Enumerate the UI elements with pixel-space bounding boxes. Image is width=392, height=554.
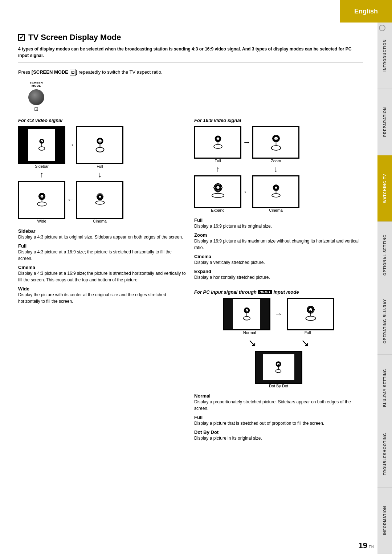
svg-point-0 — [39, 147, 45, 150]
label-cinema-43: Cinema — [76, 219, 123, 223]
pc-heading-prefix: For PC input signal through — [194, 289, 257, 295]
page-title: TV Screen Display Mode — [18, 33, 363, 42]
main-content: TV Screen Display Mode 4 types of displa… — [0, 0, 377, 459]
title-text: TV Screen Display Mode — [28, 33, 121, 42]
col-43: For 4:3 video signal — [18, 118, 187, 444]
tv-dotbydot — [255, 351, 302, 384]
page-lang: EN — [369, 545, 374, 549]
arrow-diag-left: ↙ — [248, 337, 257, 349]
desc-sidebar: Sidebar Display a 4:3 picture at its ori… — [18, 228, 187, 240]
label-wide: Wide — [18, 219, 65, 223]
desc-expand: Expand Display a horizontally stretched … — [194, 269, 363, 281]
desc-full169-text: Display a 16:9 picture at its original s… — [194, 223, 363, 229]
arrow-up-169: ↑ — [194, 164, 241, 174]
tv-sidebar — [18, 126, 65, 164]
svg-point-80 — [276, 370, 281, 372]
arrow-right-pc: → — [273, 309, 284, 319]
flower-svg-sidebar — [33, 136, 51, 154]
desc-cinema169-title: Cinema — [194, 254, 363, 259]
flower-svg-zoom — [264, 131, 288, 153]
screen-mode-button-illustration: SCREENMODE ⊡ — [25, 81, 47, 112]
sidebar-tab-information[interactable]: INFORMATION — [377, 488, 392, 554]
language-label: English — [354, 8, 378, 15]
desc-cinema-169: Cinema Display a vertically stretched pi… — [194, 254, 363, 266]
svg-point-72 — [306, 316, 315, 321]
sidebar-tab-operating-bluray[interactable]: OPERATING BLU-RAY — [377, 288, 392, 355]
flower-svg-dotbydot — [271, 360, 286, 375]
desc-full-pc: Full Display a picture that is stretched… — [194, 415, 363, 427]
page-number-bar: 19 EN — [359, 541, 374, 550]
desc-wide: Wide Display the picture with its center… — [18, 286, 187, 305]
svg-point-32 — [214, 144, 222, 148]
svg-point-40 — [271, 146, 281, 150]
label-full-43: Full — [76, 164, 123, 168]
tv-wide — [18, 181, 65, 219]
tv-normal — [223, 298, 270, 330]
flower-svg-fullpc — [298, 305, 323, 323]
desc-cinema43-text: Display a 4:3 picture at a 16:9 size; th… — [18, 270, 187, 283]
dotbydot-container — [255, 351, 302, 384]
page-number: 19 — [359, 541, 367, 550]
svg-point-8 — [96, 147, 104, 152]
desc-full169-title: Full — [194, 217, 363, 223]
pc-heading-suffix: Input mode — [273, 289, 299, 295]
arrow-down-169: ↓ — [252, 164, 299, 174]
flower-svg-full43 — [90, 135, 110, 155]
label-full-pc: Full — [284, 330, 331, 335]
desc-cinema-43: Cinema Display a 4:3 picture at a 16:9 s… — [18, 265, 187, 283]
language-tab: English — [340, 0, 392, 23]
desc-zoom: Zoom Display a 16:9 picture at its maxim… — [194, 232, 363, 251]
sidebar-tab-introduction[interactable]: INTRODUCTION — [377, 23, 392, 89]
svg-point-64 — [243, 316, 250, 320]
sidebar-tab-optional-setting[interactable]: OPTIONAL SETTING — [377, 222, 392, 288]
arrow-left-169: ← — [241, 187, 252, 196]
desc-full-43: Full Display a 4:3 picture at a 16:9 siz… — [18, 243, 187, 262]
svg-point-16 — [37, 202, 46, 206]
pc-heading: For PC input signal through HDMI1 Input … — [194, 289, 363, 295]
tv-cinema-169 — [252, 175, 299, 208]
arrow-right-169: → — [241, 138, 252, 147]
hdmi-badge: HDMI1 — [258, 290, 272, 294]
heading-169: For 16:9 video signal — [194, 118, 363, 123]
label-cinema-169: Cinema — [252, 208, 299, 212]
arrow-up-left: ↑ — [18, 170, 65, 179]
flower-svg-full169 — [206, 133, 230, 151]
flower-svg-wide — [30, 190, 54, 210]
two-column-layout: For 4:3 video signal — [18, 118, 363, 444]
arrow-left-1: ← — [65, 195, 76, 204]
arrow-right-1: → — [65, 140, 76, 150]
sidebar-tab-preparation[interactable]: PREPARATION — [377, 89, 392, 155]
desc-cinema169-text: Display a vertically stretched picture. — [194, 259, 363, 266]
page-title-section: TV Screen Display Mode 4 types of displa… — [18, 25, 363, 63]
label-sidebar: Sidebar — [18, 164, 65, 168]
right-sidebar: INTRODUCTION PREPARATION WATCHING TV OPT… — [377, 0, 392, 554]
circle-indicator — [379, 25, 385, 31]
screen-mode-label: SCREENMODE — [30, 81, 43, 88]
desc-sidebar-title: Sidebar — [18, 228, 187, 234]
desc-wide-text: Display the picture with its center at t… — [18, 292, 187, 305]
label-expand: Expand — [194, 208, 241, 212]
desc-normal: Normal Display a proportionately stretch… — [194, 393, 363, 412]
desc-dotbydot-title: Dot By Dot — [194, 429, 363, 435]
tv-full-169 — [194, 126, 241, 159]
tv-full-pc — [287, 298, 334, 330]
flower-svg-cinema43 — [88, 192, 112, 207]
desc-full43-title: Full — [18, 243, 187, 249]
label-normal: Normal — [226, 330, 273, 335]
label-dotbydot-container: Dot By Dot — [255, 384, 302, 388]
svg-point-48 — [212, 193, 224, 197]
sidebar-tab-watching-tv[interactable]: WATCHING TV — [377, 155, 392, 222]
desc-normal-title: Normal — [194, 393, 363, 399]
desc-full-169: Full Display a 16:9 picture at its origi… — [194, 217, 363, 229]
desc-normal-text: Display a proportionately stretched pict… — [194, 399, 363, 412]
page-subtitle: 4 types of display modes can be selected… — [18, 46, 363, 59]
sidebar-tab-bluray-setting[interactable]: BLU-RAY SETTING — [377, 355, 392, 421]
pc-diagram: → — [194, 298, 363, 393]
section-pc: For PC input signal through HDMI1 Input … — [194, 289, 363, 441]
desc-sidebar-text: Display a 4:3 picture at its original si… — [18, 234, 187, 240]
screen-mode-symbol: ⊡ — [34, 106, 38, 112]
tv-cinema-43 — [76, 181, 123, 219]
desc-dotbydot: Dot By Dot Display a picture in its orig… — [194, 429, 363, 441]
flower-svg-cinema169 — [264, 183, 288, 200]
sidebar-tab-troubleshooting[interactable]: TROUBLESHOOTING — [377, 421, 392, 488]
